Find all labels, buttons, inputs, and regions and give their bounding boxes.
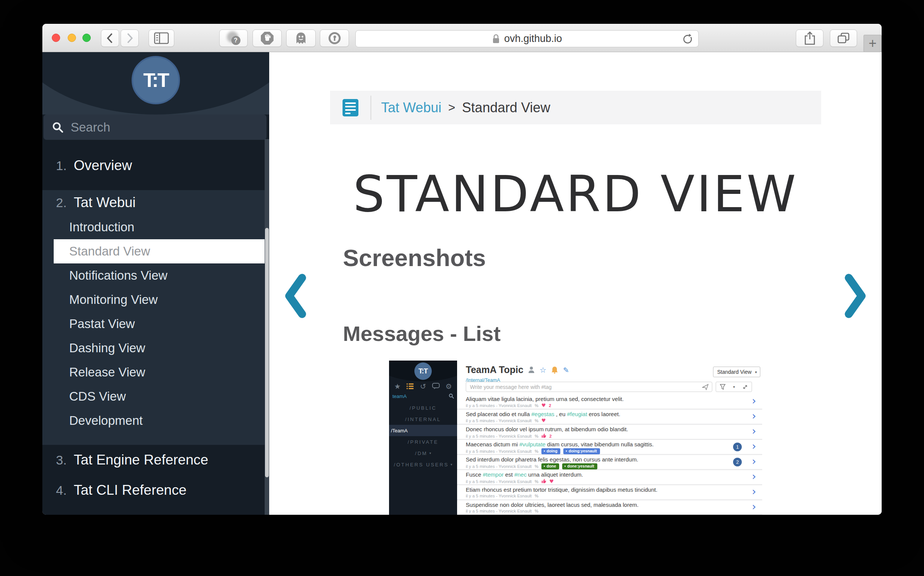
search-icon — [52, 121, 64, 133]
star-outline-icon[interactable]: ☆ — [540, 365, 546, 374]
breadcrumb-link[interactable]: Tat Webui — [381, 100, 441, 116]
link-icon[interactable]: % — [535, 434, 538, 438]
settings-gear-icon[interactable]: ⚙ — [445, 382, 452, 390]
app-topic-search[interactable] — [389, 392, 457, 400]
sidebar-item-tat-engine-reference[interactable]: 3.Tat Engine Reference — [42, 452, 208, 468]
scrollbar-thumb[interactable] — [265, 228, 269, 477]
app-topic-dm[interactable]: /DM▾ — [389, 448, 457, 459]
link-icon[interactable]: % — [535, 479, 538, 484]
sidebar-item-development[interactable]: Development — [42, 408, 269, 433]
sidebar-search[interactable] — [43, 115, 267, 140]
message-hashtag[interactable]: #vulputate — [519, 441, 546, 448]
close-window-button[interactable] — [52, 34, 60, 42]
message-hashtag[interactable]: #egestas — [531, 411, 554, 417]
message-composer[interactable] — [466, 382, 712, 392]
message-hashtag[interactable]: #feugiat — [567, 411, 587, 417]
tat-logo[interactable]: T:T — [131, 56, 180, 104]
message-row[interactable]: Donec rhoncus dolor vel ipsum rutrum, at… — [457, 425, 762, 439]
share-button[interactable] — [796, 29, 823, 47]
sidebar-item-monitoring-view[interactable]: Monitoring View — [42, 288, 269, 312]
chat-bubble-icon[interactable] — [432, 383, 440, 390]
address-bar[interactable]: ovh.github.io — [356, 30, 699, 47]
search-input[interactable] — [71, 120, 237, 134]
sidebar-item-overview[interactable]: 1.Overview — [42, 158, 132, 173]
extension-1password-button[interactable] — [320, 29, 349, 47]
extension-adblock-button[interactable] — [253, 29, 282, 47]
composer-input[interactable] — [470, 384, 682, 390]
bell-icon[interactable] — [551, 366, 558, 374]
message-row[interactable]: Suspendisse non dolor ultricies, laoreet… — [457, 501, 762, 514]
open-message-chevron[interactable]: › — [752, 424, 756, 437]
sidebar-item-tat-cli-reference[interactable]: 4.Tat CLI Reference — [42, 482, 186, 498]
open-message-chevron[interactable]: › — [752, 500, 756, 512]
message-row[interactable]: Fusce #tempor est #nec urna aliquet inte… — [457, 470, 762, 484]
link-icon[interactable]: % — [535, 464, 538, 469]
link-icon[interactable]: % — [535, 509, 538, 513]
back-button[interactable] — [101, 29, 119, 47]
open-message-chevron[interactable]: › — [752, 485, 756, 498]
refresh-button[interactable] — [682, 33, 693, 46]
app-topic-others-users[interactable]: /OTHERS USERS▾ — [389, 459, 457, 470]
message-row[interactable]: Maecenas dictum mi #vulputate diam cursu… — [457, 440, 762, 454]
reply-count-badge[interactable]: 1 — [733, 443, 742, 451]
caret-down-icon[interactable]: ▾ — [733, 385, 735, 389]
sidebar-item-tat-webui[interactable]: 2.Tat Webui — [42, 190, 269, 215]
list-alt-icon[interactable] — [343, 99, 359, 117]
sidebar-item-cds-view[interactable]: CDS View — [42, 384, 269, 408]
favorites-star-icon[interactable]: ★ — [394, 382, 401, 390]
app-topic-internal[interactable]: /INTERNAL — [389, 413, 457, 425]
message-row[interactable]: Etiam rhoncus est pretium tortor tristiq… — [457, 485, 762, 499]
expand-icon[interactable] — [743, 384, 748, 390]
message-meta-text: il y a 5 minutes - Yvonnick Esnault — [466, 449, 532, 454]
history-icon[interactable]: ↺ — [420, 382, 426, 390]
link-icon[interactable]: % — [535, 418, 538, 423]
heart-icon[interactable]: ♥ — [549, 479, 554, 484]
reply-count-badge[interactable]: 2 — [733, 458, 742, 466]
sidebar-scrollbar[interactable] — [265, 139, 269, 515]
send-icon[interactable] — [702, 384, 709, 390]
minimize-window-button[interactable] — [68, 34, 76, 42]
app-topic-private[interactable]: /PRIVATE — [389, 436, 457, 448]
open-message-chevron[interactable]: › — [752, 455, 756, 467]
zoom-window-button[interactable] — [82, 34, 91, 42]
open-message-chevron[interactable]: › — [752, 409, 756, 422]
app-topic-teama[interactable]: /TeamA — [389, 425, 457, 436]
heart-icon[interactable]: ♥ — [541, 418, 546, 423]
message-row[interactable]: Aliquam vitae ligula lacinia, pretium ur… — [457, 395, 762, 408]
open-message-chevron[interactable]: › — [752, 440, 756, 452]
message-row[interactable]: Sed interdum dolor pharetra felis egesta… — [457, 455, 762, 469]
new-tab-button[interactable]: + — [863, 35, 882, 52]
extension-question-button[interactable]: ? — [219, 29, 248, 47]
heart-icon[interactable]: ♥ — [541, 403, 546, 408]
app-search-input[interactable] — [392, 394, 442, 399]
open-message-chevron[interactable]: › — [752, 394, 756, 407]
sidebar-item-introduction[interactable]: Introduction — [42, 215, 269, 239]
open-message-chevron[interactable]: › — [752, 470, 756, 482]
message-hashtag[interactable]: #nec — [514, 471, 527, 478]
sidebar-item-pastat-view[interactable]: Pastat View — [42, 312, 269, 336]
link-icon[interactable]: % — [535, 403, 538, 408]
topic-list-icon[interactable] — [407, 383, 414, 390]
link-icon[interactable]: % — [535, 494, 538, 498]
next-page-arrow[interactable] — [844, 273, 868, 318]
link-icon[interactable]: % — [535, 449, 538, 454]
message-hashtag[interactable]: #tempor — [483, 471, 504, 478]
thumbs-up-icon[interactable] — [541, 433, 546, 439]
view-selector-dropdown[interactable]: Standard View ▾ — [713, 366, 760, 377]
app-topic-public[interactable]: /PUBLIC — [389, 402, 457, 413]
previous-page-arrow[interactable] — [283, 273, 307, 318]
filter-funnel-icon[interactable] — [720, 384, 725, 390]
show-tabs-button[interactable] — [830, 29, 857, 47]
message-row[interactable]: Sed placerat odio et nulla #egestas , eu… — [457, 410, 762, 424]
sidebar-item-release-view[interactable]: Release View — [42, 360, 269, 384]
forward-button[interactable] — [121, 29, 139, 47]
user-icon[interactable] — [528, 366, 535, 374]
sidebar-item-dashing-view[interactable]: Dashing View — [42, 336, 269, 360]
sidebar-toggle-button[interactable] — [149, 29, 174, 47]
extension-ghostery-button[interactable] — [286, 29, 316, 47]
pencil-icon[interactable]: ✎ — [563, 366, 569, 374]
sidebar-item-notifications-view[interactable]: Notifications View — [42, 264, 269, 288]
sidebar-item-standard-view[interactable]: Standard View — [54, 239, 269, 264]
message-text-part: Etiam rhoncus est pretium tortor tristiq… — [466, 486, 657, 493]
thumbs-up-icon[interactable] — [541, 478, 546, 484]
